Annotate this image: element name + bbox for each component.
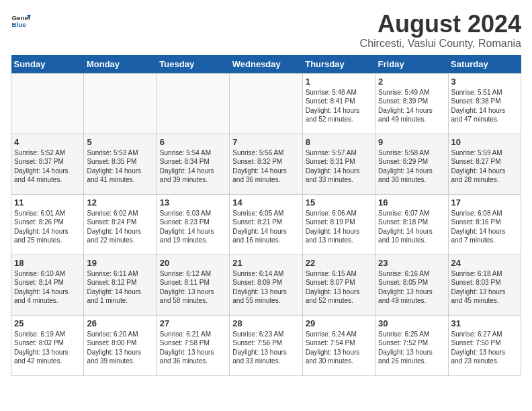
day-number: 6: [160, 137, 226, 147]
calendar-cell: 12Sunrise: 6:02 AM Sunset: 8:24 PM Dayli…: [84, 194, 157, 255]
day-header-thursday: Thursday: [302, 55, 375, 74]
calendar-cell: [157, 73, 229, 134]
day-number: 29: [306, 318, 372, 328]
day-info: Sunrise: 5:56 AM Sunset: 8:32 PM Dayligh…: [232, 148, 299, 185]
calendar-cell: 18Sunrise: 6:10 AM Sunset: 8:14 PM Dayli…: [11, 255, 84, 315]
day-number: 27: [160, 318, 226, 328]
day-info: Sunrise: 6:07 AM Sunset: 8:18 PM Dayligh…: [378, 209, 445, 245]
day-info: Sunrise: 5:52 AM Sunset: 8:37 PM Dayligh…: [14, 148, 81, 185]
day-info: Sunrise: 5:49 AM Sunset: 8:39 PM Dayligh…: [378, 88, 445, 124]
calendar-cell: 14Sunrise: 6:05 AM Sunset: 8:21 PM Dayli…: [230, 194, 302, 255]
day-info: Sunrise: 6:18 AM Sunset: 8:03 PM Dayligh…: [451, 269, 518, 306]
calendar-cell: 11Sunrise: 6:01 AM Sunset: 8:26 PM Dayli…: [11, 194, 84, 255]
day-header-saturday: Saturday: [448, 55, 521, 74]
calendar-cell: 5Sunrise: 5:53 AM Sunset: 8:35 PM Daylig…: [84, 134, 157, 194]
day-info: Sunrise: 6:20 AM Sunset: 8:00 PM Dayligh…: [87, 330, 153, 366]
day-number: 16: [378, 197, 445, 208]
calendar-cell: 27Sunrise: 6:21 AM Sunset: 7:58 PM Dayli…: [157, 315, 229, 375]
day-info: Sunrise: 6:15 AM Sunset: 8:07 PM Dayligh…: [306, 269, 372, 306]
calendar-cell: 19Sunrise: 6:11 AM Sunset: 8:12 PM Dayli…: [84, 255, 157, 315]
day-number: 12: [87, 197, 153, 208]
day-info: Sunrise: 5:54 AM Sunset: 8:34 PM Dayligh…: [160, 148, 226, 185]
calendar-cell: [11, 73, 84, 134]
day-number: 13: [160, 197, 226, 208]
day-info: Sunrise: 6:01 AM Sunset: 8:26 PM Dayligh…: [14, 209, 81, 245]
day-info: Sunrise: 6:12 AM Sunset: 8:11 PM Dayligh…: [160, 269, 226, 306]
day-number: 15: [306, 197, 372, 208]
day-number: 21: [232, 258, 299, 268]
day-info: Sunrise: 6:06 AM Sunset: 8:19 PM Dayligh…: [306, 209, 372, 245]
logo: General Blue: [11, 11, 31, 31]
calendar-cell: 31Sunrise: 6:27 AM Sunset: 7:50 PM Dayli…: [448, 315, 521, 375]
calendar-cell: 25Sunrise: 6:19 AM Sunset: 8:02 PM Dayli…: [11, 315, 84, 375]
day-number: 5: [87, 137, 153, 147]
day-number: 28: [232, 318, 299, 328]
day-number: 2: [378, 77, 445, 87]
calendar-cell: 13Sunrise: 6:03 AM Sunset: 8:23 PM Dayli…: [157, 194, 229, 255]
calendar-cell: 4Sunrise: 5:52 AM Sunset: 8:37 PM Daylig…: [11, 134, 84, 194]
day-info: Sunrise: 6:19 AM Sunset: 8:02 PM Dayligh…: [14, 330, 81, 366]
day-info: Sunrise: 6:10 AM Sunset: 8:14 PM Dayligh…: [14, 269, 81, 306]
calendar-header: SundayMondayTuesdayWednesdayThursdayFrid…: [11, 55, 521, 74]
day-info: Sunrise: 6:02 AM Sunset: 8:24 PM Dayligh…: [87, 209, 153, 245]
day-info: Sunrise: 5:53 AM Sunset: 8:35 PM Dayligh…: [87, 148, 153, 185]
calendar-cell: 16Sunrise: 6:07 AM Sunset: 8:18 PM Dayli…: [375, 194, 448, 255]
day-number: 20: [160, 258, 226, 268]
calendar-subtitle: Chircesti, Vaslui County, Romania: [360, 38, 521, 50]
week-row-4: 18Sunrise: 6:10 AM Sunset: 8:14 PM Dayli…: [11, 255, 521, 315]
day-info: Sunrise: 6:16 AM Sunset: 8:05 PM Dayligh…: [378, 269, 445, 306]
day-number: 10: [451, 137, 518, 147]
day-info: Sunrise: 5:59 AM Sunset: 8:27 PM Dayligh…: [451, 148, 518, 185]
day-number: 22: [306, 258, 372, 268]
calendar-body: 1Sunrise: 5:48 AM Sunset: 8:41 PM Daylig…: [11, 73, 521, 375]
week-row-3: 11Sunrise: 6:01 AM Sunset: 8:26 PM Dayli…: [11, 194, 521, 255]
day-number: 24: [451, 258, 518, 268]
calendar-cell: 3Sunrise: 5:51 AM Sunset: 8:38 PM Daylig…: [448, 73, 521, 134]
week-row-1: 1Sunrise: 5:48 AM Sunset: 8:41 PM Daylig…: [11, 73, 521, 134]
calendar-cell: [84, 73, 157, 134]
day-header-wednesday: Wednesday: [230, 55, 302, 74]
day-info: Sunrise: 6:21 AM Sunset: 7:58 PM Dayligh…: [160, 330, 226, 366]
day-number: 3: [451, 77, 518, 87]
day-info: Sunrise: 6:03 AM Sunset: 8:23 PM Dayligh…: [160, 209, 226, 245]
calendar-cell: 26Sunrise: 6:20 AM Sunset: 8:00 PM Dayli…: [84, 315, 157, 375]
day-number: 11: [14, 197, 81, 208]
day-info: Sunrise: 6:25 AM Sunset: 7:52 PM Dayligh…: [378, 330, 445, 366]
day-info: Sunrise: 6:05 AM Sunset: 8:21 PM Dayligh…: [232, 209, 299, 245]
svg-text:Blue: Blue: [12, 21, 27, 28]
calendar-cell: 2Sunrise: 5:49 AM Sunset: 8:39 PM Daylig…: [375, 73, 448, 134]
day-number: 30: [378, 318, 445, 328]
day-number: 14: [232, 197, 299, 208]
day-info: Sunrise: 6:24 AM Sunset: 7:54 PM Dayligh…: [306, 330, 372, 366]
day-number: 17: [451, 197, 518, 208]
day-number: 4: [14, 137, 81, 147]
calendar-cell: 22Sunrise: 6:15 AM Sunset: 8:07 PM Dayli…: [302, 255, 375, 315]
day-number: 23: [378, 258, 445, 268]
day-number: 7: [232, 137, 299, 147]
calendar-cell: 9Sunrise: 5:58 AM Sunset: 8:29 PM Daylig…: [375, 134, 448, 194]
calendar-cell: 17Sunrise: 6:08 AM Sunset: 8:16 PM Dayli…: [448, 194, 521, 255]
calendar-table: SundayMondayTuesdayWednesdayThursdayFrid…: [11, 55, 521, 376]
day-info: Sunrise: 5:51 AM Sunset: 8:38 PM Dayligh…: [451, 88, 518, 124]
day-info: Sunrise: 6:14 AM Sunset: 8:09 PM Dayligh…: [232, 269, 299, 306]
day-number: 8: [306, 137, 372, 147]
day-number: 9: [378, 137, 445, 147]
calendar-cell: 24Sunrise: 6:18 AM Sunset: 8:03 PM Dayli…: [448, 255, 521, 315]
week-row-2: 4Sunrise: 5:52 AM Sunset: 8:37 PM Daylig…: [11, 134, 521, 194]
calendar-cell: 30Sunrise: 6:25 AM Sunset: 7:52 PM Dayli…: [375, 315, 448, 375]
day-number: 1: [306, 77, 372, 87]
week-row-5: 25Sunrise: 6:19 AM Sunset: 8:02 PM Dayli…: [11, 315, 521, 375]
calendar-cell: 21Sunrise: 6:14 AM Sunset: 8:09 PM Dayli…: [230, 255, 302, 315]
calendar-cell: 15Sunrise: 6:06 AM Sunset: 8:19 PM Dayli…: [302, 194, 375, 255]
day-info: Sunrise: 6:23 AM Sunset: 7:56 PM Dayligh…: [232, 330, 299, 366]
day-info: Sunrise: 6:11 AM Sunset: 8:12 PM Dayligh…: [87, 269, 153, 306]
title-block: August 2024 Chircesti, Vaslui County, Ro…: [360, 11, 521, 50]
day-number: 31: [451, 318, 518, 328]
calendar-cell: 8Sunrise: 5:57 AM Sunset: 8:31 PM Daylig…: [302, 134, 375, 194]
day-info: Sunrise: 6:27 AM Sunset: 7:50 PM Dayligh…: [451, 330, 518, 366]
day-header-tuesday: Tuesday: [157, 55, 229, 74]
logo-icon: General Blue: [11, 11, 31, 31]
calendar-cell: 20Sunrise: 6:12 AM Sunset: 8:11 PM Dayli…: [157, 255, 229, 315]
calendar-cell: 23Sunrise: 6:16 AM Sunset: 8:05 PM Dayli…: [375, 255, 448, 315]
calendar-cell: 28Sunrise: 6:23 AM Sunset: 7:56 PM Dayli…: [230, 315, 302, 375]
